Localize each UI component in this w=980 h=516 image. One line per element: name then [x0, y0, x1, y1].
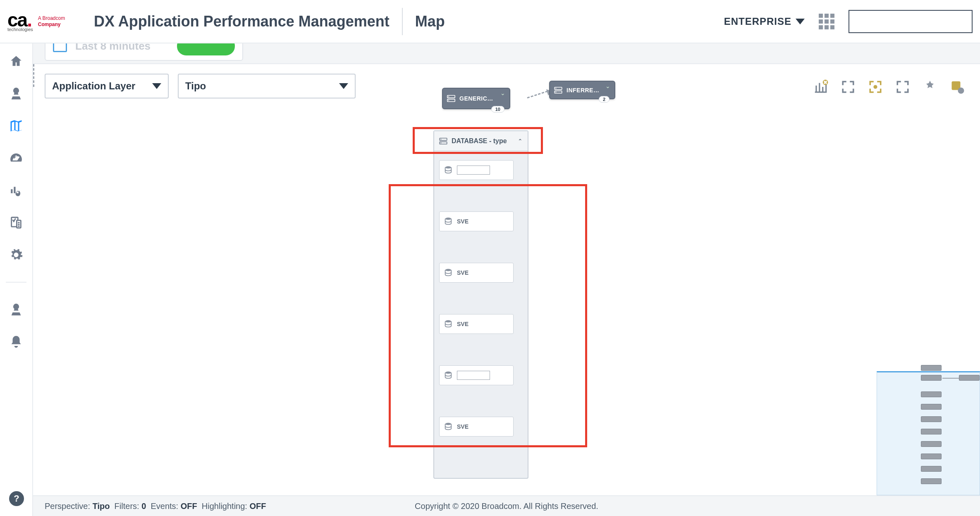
- minimap-node: [921, 429, 942, 434]
- minimap-node: [921, 478, 942, 484]
- minimap-node: [921, 454, 942, 459]
- database-item[interactable]: [439, 365, 514, 385]
- node-badge: 2: [599, 96, 610, 103]
- app-title: DX Application Performance Management: [94, 13, 390, 30]
- search-input[interactable]: [849, 10, 973, 33]
- database-item-label: [457, 371, 490, 380]
- pin-filter-icon[interactable]: [949, 79, 966, 95]
- svg-point-17: [445, 320, 452, 323]
- svg-point-5: [448, 100, 449, 101]
- page-title: Map: [415, 13, 445, 30]
- caret-down-icon: [796, 19, 805, 24]
- minimap-node: [921, 365, 942, 371]
- fit-to-screen-icon[interactable]: [840, 79, 856, 95]
- server-icon: [439, 138, 447, 144]
- database-item-label: SVE: [457, 269, 468, 276]
- svg-point-16: [445, 269, 452, 271]
- minimap-node: [921, 416, 942, 422]
- database-item[interactable]: SVE: [439, 263, 514, 283]
- logo-sub: technologies: [7, 27, 33, 32]
- node-inferred-database[interactable]: INFERRED_DAT... ⌄ 2: [549, 81, 615, 99]
- universe-label: ENTERPRISE: [724, 16, 791, 27]
- database-item[interactable]: SVE: [439, 211, 514, 231]
- toolbar-strip: Last 8 minutes: [33, 43, 980, 64]
- app-header: ca. technologies A Broadcom Company DX A…: [0, 0, 980, 43]
- database-item[interactable]: [439, 160, 514, 180]
- node-badge: 10: [491, 106, 504, 113]
- svg-point-13: [440, 142, 441, 143]
- database-icon: [444, 268, 453, 277]
- nav-incognito-icon[interactable]: [9, 302, 24, 317]
- svg-point-4: [448, 96, 449, 97]
- svg-point-19: [445, 423, 452, 425]
- nav-reports-icon[interactable]: [9, 215, 24, 230]
- database-item-label: SVE: [457, 321, 468, 327]
- minimap-node: [921, 375, 942, 381]
- help-button[interactable]: ?: [9, 491, 24, 506]
- chevron-down-icon: ⌄: [605, 83, 610, 89]
- database-icon: [444, 422, 453, 431]
- node-label: GENERICFRON...: [459, 95, 496, 102]
- svg-point-8: [555, 88, 556, 89]
- apps-launcher-icon[interactable]: [819, 14, 834, 29]
- server-icon: [554, 87, 562, 94]
- database-item-label: [457, 166, 490, 175]
- connector-line: [33, 64, 34, 87]
- nav-alerts-icon[interactable]: [9, 334, 24, 349]
- live-toggle[interactable]: [177, 43, 235, 55]
- highlight-icon[interactable]: [922, 79, 938, 95]
- nav-divider: [6, 282, 26, 283]
- connector-arrow: [527, 91, 548, 98]
- minimap-connector: [942, 378, 959, 379]
- node-genericfrontend[interactable]: GENERICFRON... ⌄ 10: [442, 88, 510, 109]
- nav-dashboard-icon[interactable]: [9, 151, 24, 166]
- node-label: INFERRED_DAT...: [566, 87, 601, 94]
- calendar-icon: [53, 43, 67, 52]
- map-canvas[interactable]: GENERICFRON... ⌄ 10 INFERRED_DAT... ⌄ 2 …: [33, 64, 980, 495]
- minimap-node: [921, 391, 942, 397]
- server-icon: [447, 95, 455, 102]
- database-icon: [444, 166, 453, 175]
- database-icon: [444, 217, 453, 226]
- nav-map-icon[interactable]: [9, 118, 24, 133]
- minimap[interactable]: [877, 371, 980, 495]
- side-nav: [0, 43, 33, 516]
- svg-point-12: [440, 139, 441, 139]
- database-item[interactable]: SVE: [439, 314, 514, 334]
- map-tools: [813, 79, 966, 95]
- database-icon: [444, 319, 453, 329]
- svg-point-18: [445, 372, 452, 374]
- universe-dropdown[interactable]: ENTERPRISE: [724, 16, 805, 27]
- database-group-label: DATABASE - type: [452, 137, 514, 145]
- database-group-panel: DATABASE - type ⌃ SVESVESVESVE: [433, 130, 528, 479]
- svg-point-23: [958, 88, 964, 94]
- database-item[interactable]: SVE: [439, 417, 514, 437]
- expand-selection-icon[interactable]: [867, 79, 884, 95]
- database-item-list: SVESVESVESVE: [439, 160, 514, 437]
- clear-chart-icon[interactable]: [813, 79, 829, 95]
- footer-copyright: Copyright © 2020 Broadcom. All Rights Re…: [415, 502, 598, 511]
- database-item-label: SVE: [457, 423, 468, 430]
- database-item-label: SVE: [457, 218, 468, 225]
- minimap-node: [921, 404, 942, 410]
- nav-home-icon[interactable]: [9, 54, 24, 69]
- database-group-header[interactable]: DATABASE - type ⌃: [434, 131, 528, 151]
- nav-experience-icon[interactable]: [9, 86, 24, 101]
- svg-point-14: [445, 166, 452, 169]
- nav-metrics-icon[interactable]: [9, 183, 24, 198]
- chevron-up-icon: ⌃: [518, 138, 523, 144]
- chevron-down-icon: ⌄: [500, 90, 505, 96]
- nav-settings-icon[interactable]: [9, 247, 24, 262]
- fullscreen-icon[interactable]: [894, 79, 911, 95]
- logo-tagline: A Broadcom Company: [38, 15, 65, 27]
- minimap-node: [921, 466, 942, 472]
- minimap-column: [921, 391, 942, 484]
- svg-point-15: [445, 218, 452, 220]
- time-range-picker[interactable]: Last 8 minutes: [45, 43, 243, 61]
- footer-perspective: Perspective: Tipo Filters: 0 Events: OFF…: [45, 502, 266, 511]
- svg-point-21: [874, 86, 877, 88]
- minimap-node: [959, 375, 980, 381]
- brand-logo: ca. technologies A Broadcom Company: [7, 10, 84, 32]
- minimap-node: [921, 441, 942, 447]
- svg-point-9: [555, 91, 556, 92]
